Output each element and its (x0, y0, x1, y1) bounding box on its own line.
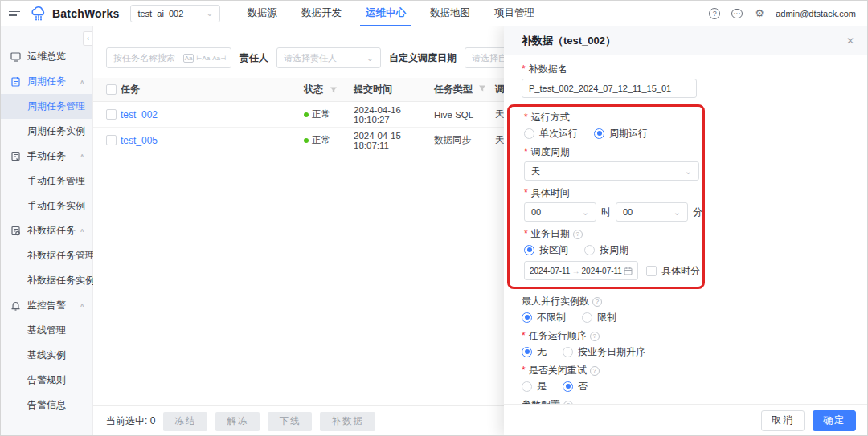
brand-title: BatchWorks (52, 7, 119, 20)
chevron-down-icon: ⌄ (685, 167, 692, 176)
offline-button[interactable]: 下线 (268, 412, 312, 431)
sidebar-item-manual-task-mgmt[interactable]: 手动任务管理 (1, 169, 92, 194)
minute-select[interactable]: 00 ⌄ (616, 202, 688, 222)
match-case-icon[interactable]: Aa (183, 54, 194, 63)
specific-hm-checkbox[interactable] (646, 266, 657, 276)
table-row[interactable]: test_002 正常 2024-04-16 10:10:27 Hive SQL… (93, 102, 575, 128)
close-retry-field: 是否关闭重试 ? 是 否 (522, 365, 850, 393)
radio-by-cycle[interactable] (584, 245, 595, 255)
schedule-cycle-select[interactable]: 天 ⌄ (524, 161, 699, 181)
task-link[interactable]: test_005 (121, 135, 304, 146)
help-icon[interactable]: ? (590, 366, 600, 376)
run-order-field: 任务运行顺序 ? 无 按业务日期升序 (522, 330, 850, 358)
sidebar-item-manual-task-instance[interactable]: 手动任务实例 (1, 194, 92, 218)
user-email[interactable]: admin@dtstack.com (776, 9, 856, 18)
radio-limited[interactable] (582, 312, 592, 323)
table-header-row: 任务 状态 提交时间 任务类型 调度周期 (93, 78, 575, 102)
date-range-picker[interactable]: 2024-07-11 → 2024-07-11 (524, 261, 638, 280)
sidebar-item-ops-overview[interactable]: 运维总览 (1, 44, 92, 69)
help-icon[interactable]: ? (708, 7, 721, 20)
task-link[interactable]: test_002 (121, 109, 304, 120)
freeze-button[interactable]: 冻结 (163, 412, 207, 431)
chevron-up-icon: ∧ (80, 303, 84, 308)
col-task-type: 任务类型 (434, 83, 495, 96)
drawer-footer: 取消 确定 (504, 404, 867, 436)
app-header: BatchWorks test_ai_002 ⌄ 数据源 数据开发 运维中心 数… (1, 1, 867, 26)
annotation-red-box: 运行方式 单次运行 周期运行 调度周期 天 ⌄ (507, 104, 705, 289)
specific-time-field: 具体时间 00 ⌄ 时 00 ⌄ 分 (524, 187, 702, 222)
radio-unlimited[interactable] (522, 312, 532, 323)
sidebar-item-baseline-instance[interactable]: 基线实例 (1, 343, 92, 368)
close-icon[interactable]: ✕ (846, 35, 854, 47)
help-icon[interactable]: ? (573, 230, 583, 239)
filter-icon[interactable] (330, 86, 338, 94)
col-submit-time: 提交时间 (354, 83, 434, 96)
sidebar-collapse-handle[interactable]: ‹ (83, 31, 92, 46)
run-mode-field: 运行方式 单次运行 周期运行 (524, 112, 702, 140)
match-suffix-icon[interactable]: Aa⊣ (212, 55, 226, 62)
sidebar-item-periodic-task-mgmt[interactable]: 周期任务管理 (1, 94, 92, 119)
sidebar-item-patch-data-instance[interactable]: 补数据任务实例 (1, 268, 92, 293)
nav-item-ops-center[interactable]: 运维中心 (354, 1, 418, 26)
help-icon[interactable]: ? (592, 297, 602, 307)
sidebar-group-manual-tasks[interactable]: 手动任务 ∧ (1, 144, 92, 169)
table-row[interactable]: test_005 正常 2024-04-15 18:07:11 数据同步 天 (93, 128, 575, 153)
sidebar-group-periodic-tasks[interactable]: 周期任务 ∧ (1, 69, 92, 94)
radio-retry-yes[interactable] (522, 381, 532, 392)
drawer-header: 补数据（test_002） ✕ (504, 26, 867, 55)
unfreeze-button[interactable]: 解冻 (215, 412, 260, 431)
hour-select[interactable]: 00 ⌄ (524, 202, 596, 222)
hour-unit: 时 (601, 206, 611, 219)
task-search-input[interactable]: 按任务名称搜索 Aa ⊢Aa Aa⊣ (106, 47, 231, 68)
project-select[interactable]: test_ai_002 ⌄ (130, 5, 220, 22)
sidebar-group-monitor-alert[interactable]: 监控告警 ∧ (1, 293, 92, 318)
radio-retry-no[interactable] (563, 381, 573, 392)
radio-single-run[interactable] (524, 128, 534, 139)
radio-order-asc[interactable] (563, 347, 573, 357)
sidebar-item-alert-rules[interactable]: 告警规则 (1, 368, 92, 393)
cancel-button[interactable]: 取消 (761, 410, 805, 431)
radio-periodic-run[interactable] (594, 128, 604, 139)
patch-name-label: 补数据名 (522, 63, 850, 75)
confirm-button[interactable]: 确定 (813, 410, 856, 431)
selected-count-label: 当前选中: 0 (106, 414, 155, 428)
nav-item-project-mgmt[interactable]: 项目管理 (482, 1, 547, 26)
sidebar-item-alert-info[interactable]: 告警信息 (1, 393, 92, 418)
sidebar-item-periodic-task-instance[interactable]: 周期任务实例 (1, 119, 92, 144)
row-checkbox[interactable] (106, 135, 117, 145)
max-parallel-field: 最大并行实例数 ? 不限制 限制 (522, 295, 850, 324)
nav-item-data-develop[interactable]: 数据开发 (289, 1, 354, 26)
top-nav: 数据源 数据开发 运维中心 数据地图 项目管理 (235, 1, 547, 26)
range-arrow: → (571, 267, 579, 275)
radio-order-none[interactable] (522, 347, 532, 357)
patch-data-button[interactable]: 补数据 (320, 412, 375, 431)
menu-icon[interactable] (9, 11, 20, 16)
max-parallel-label: 最大并行实例数 ? (522, 295, 850, 308)
sidebar-item-patch-data-mgmt[interactable]: 补数据任务管理 (1, 243, 92, 268)
filter-icon[interactable] (478, 84, 486, 92)
submit-time: 2024-04-15 18:07:11 (354, 131, 434, 150)
row-checkbox[interactable] (106, 109, 117, 120)
gear-icon[interactable]: ⚙ (753, 7, 766, 20)
close-retry-label: 是否关闭重试 ? (522, 365, 850, 377)
owner-label: 责任人 (240, 51, 268, 65)
help-icon[interactable]: ? (590, 332, 600, 341)
task-table: 任务 状态 提交时间 任务类型 调度周期 test_002 正常 2024-04… (93, 78, 575, 153)
submit-time: 2024-04-16 10:10:27 (354, 105, 434, 124)
chevron-down-icon: ⌄ (674, 208, 681, 217)
message-icon[interactable]: ··· (731, 7, 743, 20)
status-dot (304, 112, 309, 117)
manual-task-icon (10, 151, 21, 161)
nav-item-datasource[interactable]: 数据源 (235, 1, 289, 26)
sidebar: ‹ 运维总览 周期任务 ∧ 周期任务管理 周期任务实例 手动任 (1, 26, 93, 436)
owner-select[interactable]: 请选择责任人 ⌄ (276, 47, 381, 68)
patch-name-input[interactable]: P_test_002_2024_07_12_11_15_01 (522, 79, 697, 98)
match-prefix-icon[interactable]: ⊢Aa (196, 55, 210, 62)
sidebar-group-patch-data-tasks[interactable]: 补数据任务 ∧ (1, 218, 92, 243)
nav-item-data-map[interactable]: 数据地图 (418, 1, 482, 26)
radio-by-range[interactable] (524, 245, 534, 255)
chevron-up-icon: ∧ (80, 153, 84, 159)
sidebar-item-baseline-mgmt[interactable]: 基线管理 (1, 318, 92, 343)
select-all-checkbox[interactable] (106, 84, 117, 95)
specific-time-label: 具体时间 (524, 187, 702, 199)
